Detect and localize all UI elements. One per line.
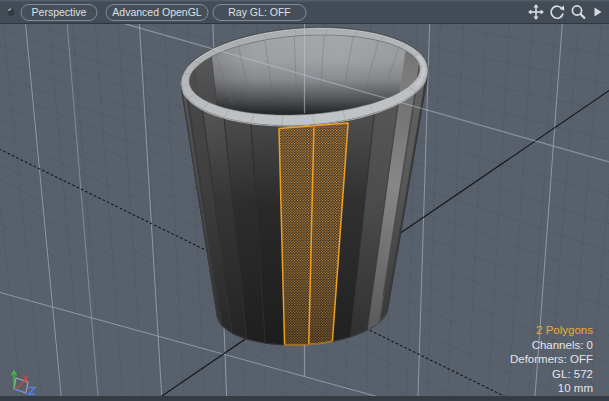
svg-text:Channels: 0: Channels: 0 bbox=[532, 339, 593, 351]
svg-text:2 Polygons: 2 Polygons bbox=[536, 324, 593, 336]
svg-text:Deformers: OFF: Deformers: OFF bbox=[510, 353, 593, 365]
svg-text:Advanced OpenGL: Advanced OpenGL bbox=[112, 6, 201, 18]
svg-text:10 mm: 10 mm bbox=[558, 382, 593, 394]
svg-text:Ray GL: OFF: Ray GL: OFF bbox=[228, 6, 290, 18]
svg-text:Perspective: Perspective bbox=[32, 6, 87, 18]
svg-text:GL: 572: GL: 572 bbox=[552, 368, 593, 380]
